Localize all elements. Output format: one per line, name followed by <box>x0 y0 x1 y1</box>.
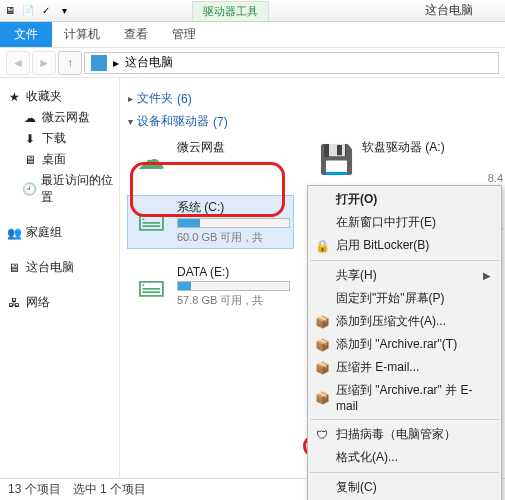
star-icon: ★ <box>6 89 22 105</box>
drive-subtext: 57.8 GB 可用 , 共 <box>177 293 290 308</box>
drive-subtext: 60.0 GB 可用 , 共 <box>177 230 290 245</box>
context-menu-item[interactable]: 📦压缩到 "Archive.rar" 并 E-mail <box>308 379 501 416</box>
menu-item-icon: 📦 <box>314 390 330 406</box>
breadcrumb[interactable]: 这台电脑 <box>125 54 173 71</box>
menu-separator <box>310 472 499 473</box>
menu-item-icon: 📦 <box>314 314 330 330</box>
drive-icon: 🖴 <box>131 265 171 305</box>
context-menu-item[interactable]: 🔒启用 BitLocker(B) <box>308 234 501 257</box>
section-devices[interactable]: ▾ 设备和驱动器 (7) <box>128 113 497 130</box>
cloud-icon: ☁ <box>22 110 38 126</box>
chevron-down-icon: ▾ <box>128 116 133 127</box>
sidebar-favorites[interactable]: ★收藏夹 <box>4 86 115 107</box>
menu-item-label: 在新窗口中打开(E) <box>336 214 436 231</box>
drive-item[interactable]: 🖴 DATA (E:)57.8 GB 可用 , 共 <box>128 262 293 311</box>
sidebar-homegroup[interactable]: 👥家庭组 <box>4 222 115 243</box>
drive-item[interactable]: 💾 软盘驱动器 (A:) <box>313 136 478 182</box>
address-bar[interactable]: ▸ 这台电脑 <box>84 52 499 74</box>
menu-item-label: 复制(C) <box>336 479 377 496</box>
sidebar-item-recent[interactable]: 🕘最近访问的位置 <box>4 170 115 208</box>
drive-name: DATA (E:) <box>177 265 290 279</box>
context-menu-item[interactable]: 固定到"开始"屏幕(P) <box>308 287 501 310</box>
context-menu-item[interactable]: 格式化(A)... <box>308 446 501 469</box>
drive-icon: ☁ <box>131 139 171 179</box>
context-menu-item[interactable]: 📦添加到压缩文件(A)... <box>308 310 501 333</box>
menu-item-label: 固定到"开始"屏幕(P) <box>336 290 445 307</box>
sidebar: ★收藏夹 ☁微云网盘 ⬇下载 🖥桌面 🕘最近访问的位置 👥家庭组 🖥这台电脑 🖧… <box>0 78 120 478</box>
drive-name: 微云网盘 <box>177 139 290 156</box>
tab-computer[interactable]: 计算机 <box>52 22 112 47</box>
context-menu-item[interactable]: 打开(O) <box>308 188 501 211</box>
menu-item-icon: 📦 <box>314 337 330 353</box>
menu-item-label: 压缩并 E-mail... <box>336 359 419 376</box>
menu-item-label: 添加到压缩文件(A)... <box>336 313 446 330</box>
menu-item-icon: 🛡 <box>314 427 330 443</box>
menu-item-label: 扫描病毒（电脑管家） <box>336 426 456 443</box>
homegroup-icon: 👥 <box>6 225 22 241</box>
window-title: 这台电脑 <box>425 2 473 19</box>
menu-item-label: 打开(O) <box>336 191 377 208</box>
tab-view[interactable]: 查看 <box>112 22 160 47</box>
sidebar-thispc[interactable]: 🖥这台电脑 <box>4 257 115 278</box>
partial-text: 8.4 <box>488 172 503 184</box>
system-icon: 🖥 <box>2 3 18 19</box>
qat-icon-2[interactable]: ✓ <box>38 3 54 19</box>
download-icon: ⬇ <box>22 131 38 147</box>
pc-icon: 🖥 <box>6 260 22 276</box>
drive-name: 软盘驱动器 (A:) <box>362 139 475 156</box>
nav-forward[interactable]: ► <box>32 51 56 75</box>
drive-icon: 🖴 <box>131 199 171 239</box>
usage-bar <box>177 218 290 228</box>
nav-up[interactable]: ↑ <box>58 51 82 75</box>
breadcrumb-sep: ▸ <box>113 56 119 70</box>
status-selected: 选中 1 个项目 <box>73 481 146 498</box>
context-menu-item[interactable]: 📦压缩并 E-mail... <box>308 356 501 379</box>
tab-manage[interactable]: 管理 <box>160 22 208 47</box>
sidebar-item-downloads[interactable]: ⬇下载 <box>4 128 115 149</box>
menu-item-label: 共享(H) <box>336 267 377 284</box>
desktop-icon: 🖥 <box>22 152 38 168</box>
menu-item-label: 添加到 "Archive.rar"(T) <box>336 336 457 353</box>
drive-icon: 💾 <box>316 139 356 179</box>
menu-item-label: 压缩到 "Archive.rar" 并 E-mail <box>336 382 491 413</box>
qat-icon-1[interactable]: 📄 <box>20 3 36 19</box>
menu-separator <box>310 419 499 420</box>
submenu-arrow-icon: ▶ <box>483 270 491 281</box>
drive-item[interactable]: 🖴 系统 (C:)60.0 GB 可用 , 共 <box>128 196 293 248</box>
context-menu-item[interactable]: 共享(H)▶ <box>308 264 501 287</box>
menu-item-icon: 📦 <box>314 360 330 376</box>
context-menu-item[interactable]: 在新窗口中打开(E) <box>308 211 501 234</box>
context-menu-item[interactable]: 复制(C) <box>308 476 501 499</box>
menu-item-icon: 🔒 <box>314 238 330 254</box>
section-folders[interactable]: ▸ 文件夹 (6) <box>128 90 497 107</box>
menu-separator <box>310 260 499 261</box>
sidebar-network[interactable]: 🖧网络 <box>4 292 115 313</box>
context-tab-drive-tools[interactable]: 驱动器工具 <box>192 1 269 21</box>
usage-bar <box>177 281 290 291</box>
sidebar-item-desktop[interactable]: 🖥桌面 <box>4 149 115 170</box>
qat-dropdown[interactable]: ▾ <box>56 3 72 19</box>
recent-icon: 🕘 <box>22 181 37 197</box>
sidebar-item-weiyun[interactable]: ☁微云网盘 <box>4 107 115 128</box>
context-menu-item[interactable]: 🛡扫描病毒（电脑管家） <box>308 423 501 446</box>
nav-back[interactable]: ◄ <box>6 51 30 75</box>
menu-item-label: 格式化(A)... <box>336 449 398 466</box>
menu-item-label: 启用 BitLocker(B) <box>336 237 429 254</box>
context-menu-item[interactable]: 📦添加到 "Archive.rar"(T) <box>308 333 501 356</box>
network-icon: 🖧 <box>6 295 22 311</box>
context-menu: 打开(O)在新窗口中打开(E)🔒启用 BitLocker(B)共享(H)▶固定到… <box>307 185 502 500</box>
chevron-right-icon: ▸ <box>128 93 133 104</box>
drive-name: 系统 (C:) <box>177 199 290 216</box>
drive-item[interactable]: ☁ 微云网盘 <box>128 136 293 182</box>
pc-icon <box>91 55 107 71</box>
file-tab[interactable]: 文件 <box>0 22 52 47</box>
status-count: 13 个项目 <box>8 481 61 498</box>
